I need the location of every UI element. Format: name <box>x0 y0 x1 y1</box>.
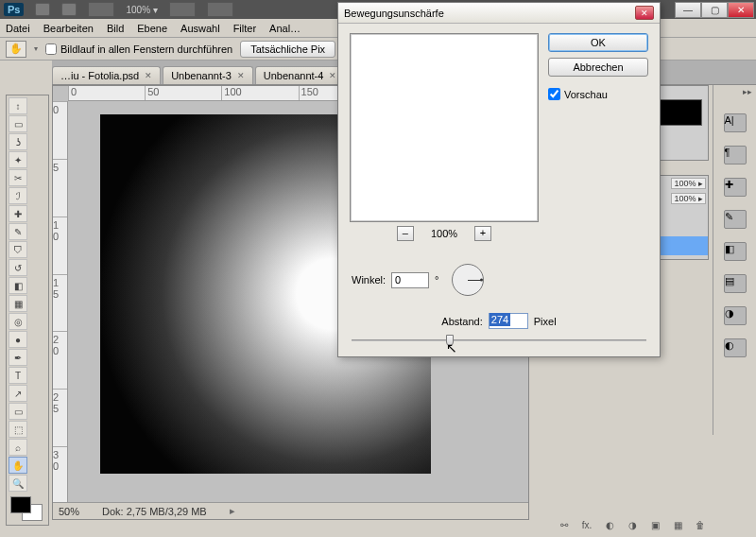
trash-icon[interactable]: 🗑 <box>694 520 707 531</box>
menu-datei[interactable]: Datei <box>6 23 30 34</box>
viewmode-dropdown[interactable] <box>88 2 114 17</box>
scroll-all-checkbox[interactable]: Bildlauf in allen Fenstern durchführen <box>45 43 232 55</box>
minibridge-icon[interactable] <box>61 3 77 16</box>
distance-label: Abstand: <box>441 316 482 327</box>
tab-label: Unbenannt-3 <box>171 70 232 81</box>
move-tool-icon[interactable]: ↕ <box>9 97 27 114</box>
layer-panel-footer: ⚯ fx. ◐ ◑ ▣ ▦ 🗑 <box>558 520 707 531</box>
arrange-dropdown[interactable] <box>169 2 196 17</box>
ok-button[interactable]: OK <box>548 33 648 52</box>
wand-tool-icon[interactable]: ✦ <box>9 151 27 168</box>
toolbox: ↕ ▭ ʖ ✦ ✂ ℐ ✚ ✎ ⛉ ↺ ◧ ▦ ◎ ● ✒ T ↗ ▭ ⬚ ⌕ … <box>6 95 49 526</box>
status-zoom[interactable]: 50% <box>59 506 79 517</box>
preview-checkbox-label: Vorschau <box>564 89 608 100</box>
distance-slider[interactable] <box>352 335 646 346</box>
camera-tool-icon[interactable]: ⌕ <box>9 439 27 456</box>
brush-tool-icon[interactable]: ✎ <box>9 223 27 240</box>
heal-tool-icon[interactable]: ✚ <box>9 205 27 222</box>
document-tab[interactable]: Unbenannt-4✕ <box>255 66 346 84</box>
type-tool-icon[interactable]: T <box>9 367 27 384</box>
hand-tool-icon[interactable]: ✋ <box>6 41 26 58</box>
tab-label: …iu - Fotolia.psd <box>60 70 139 81</box>
menu-bild[interactable]: Bild <box>107 23 124 34</box>
mask-icon[interactable]: ◐ <box>603 520 616 531</box>
layer-selected[interactable] <box>653 236 708 255</box>
foreground-color-swatch[interactable] <box>10 496 31 513</box>
fill-value[interactable]: 100% ▸ <box>671 193 706 204</box>
zoom-out-button[interactable]: – <box>397 226 414 241</box>
lasso-tool-icon[interactable]: ʖ <box>9 133 27 150</box>
channels-panel-icon[interactable]: ▤ <box>724 274 747 293</box>
dodge-tool-icon[interactable]: ● <box>9 331 27 348</box>
zoom-level[interactable]: 100% ▾ <box>126 5 157 15</box>
tab-label: Unbenannt-4 <box>264 70 324 81</box>
gradient-tool-icon[interactable]: ▦ <box>9 295 27 312</box>
adjustment-layer-icon[interactable]: ◑ <box>626 520 639 531</box>
character-panel-icon[interactable]: A| <box>724 113 747 132</box>
adjustments-panel-icon[interactable]: ◐ <box>724 338 747 357</box>
panel-layers-mini[interactable]: 100% ▸ 100% ▸ <box>652 175 709 260</box>
eraser-tool-icon[interactable]: ◧ <box>9 277 27 294</box>
cancel-button[interactable]: Abbrechen <box>548 58 648 77</box>
dialog-close-button[interactable]: ✕ <box>635 6 654 20</box>
crop-tool-icon[interactable]: ✂ <box>9 169 27 186</box>
shape-tool-icon[interactable]: ▭ <box>9 403 27 420</box>
app-logo: Ps <box>4 3 24 16</box>
stamp-tool-icon[interactable]: ⛉ <box>9 241 27 258</box>
motion-blur-dialog: Bewegungsunschärfe ✕ – 100% + OK Abbrech… <box>337 2 661 357</box>
link-layers-icon[interactable]: ⚯ <box>558 520 571 531</box>
menu-filter[interactable]: Filter <box>233 23 256 34</box>
preview-checkbox[interactable]: Vorschau <box>548 88 648 100</box>
distance-unit: Pixel <box>534 316 557 327</box>
color-swatches[interactable] <box>9 496 46 523</box>
menu-bearbeiten[interactable]: Bearbeiten <box>43 23 94 34</box>
marquee-tool-icon[interactable]: ▭ <box>9 115 27 132</box>
history-brush-tool-icon[interactable]: ↺ <box>9 259 27 276</box>
hand-tool-icon[interactable]: ✋ <box>9 457 27 474</box>
zoom-tool-icon[interactable]: 🔍 <box>9 475 27 492</box>
paths-panel-icon[interactable]: ◑ <box>724 306 747 325</box>
eyedropper-tool-icon[interactable]: ℐ <box>9 187 27 204</box>
menu-analyse[interactable]: Anal… <box>269 23 301 34</box>
panel-thumbnail[interactable] <box>652 85 709 161</box>
close-icon[interactable]: ✕ <box>329 71 336 80</box>
angle-degree: ° <box>435 274 438 286</box>
menu-ebene[interactable]: Ebene <box>137 23 167 34</box>
pen-tool-icon[interactable]: ✒ <box>9 349 27 366</box>
clone-panel-icon[interactable]: ✚ <box>724 178 747 197</box>
path-tool-icon[interactable]: ↗ <box>9 385 27 402</box>
group-icon[interactable]: ▣ <box>648 520 662 531</box>
panel-dock: ▸▸ A| ¶ ✚ ✎ ◧ ▤ ◑ ◐ <box>713 85 756 435</box>
status-docsize: Dok: 2,75 MB/3,29 MB <box>102 506 207 517</box>
window-minimize-button[interactable]: — <box>675 2 701 18</box>
angle-input[interactable] <box>391 272 429 288</box>
slider-thumb[interactable] <box>446 335 454 346</box>
distance-input[interactable]: 274 <box>489 313 528 329</box>
window-close-button[interactable]: ✕ <box>728 2 754 18</box>
close-icon[interactable]: ✕ <box>237 71 245 80</box>
layers-panel-icon[interactable]: ◧ <box>724 242 747 261</box>
close-icon[interactable]: ✕ <box>145 71 152 80</box>
document-tab[interactable]: …iu - Fotolia.psd✕ <box>52 66 161 84</box>
document-tab[interactable]: Unbenannt-3✕ <box>163 66 253 84</box>
new-layer-icon[interactable]: ▦ <box>671 520 684 531</box>
zoom-in-button[interactable]: + <box>474 226 491 241</box>
angle-label: Winkel: <box>352 274 386 286</box>
paragraph-panel-icon[interactable]: ¶ <box>724 146 747 165</box>
preview-zoom-value: 100% <box>431 228 457 239</box>
filter-preview[interactable] <box>350 33 539 222</box>
fx-icon[interactable]: fx. <box>580 520 593 531</box>
opacity-value[interactable]: 100% ▸ <box>671 178 706 189</box>
blur-tool-icon[interactable]: ◎ <box>9 313 27 330</box>
dialog-title: Bewegungsunschärfe <box>344 8 444 19</box>
brush-panel-icon[interactable]: ✎ <box>724 210 747 229</box>
window-maximize-button[interactable]: ▢ <box>701 2 728 18</box>
3d-tool-icon[interactable]: ⬚ <box>9 421 27 438</box>
ruler-vertical: 051 01 52 02 53 0 <box>53 101 68 504</box>
expand-dock-icon[interactable]: ▸▸ <box>743 87 752 96</box>
screenmode-dropdown[interactable] <box>207 2 233 17</box>
angle-wheel[interactable] <box>452 264 484 296</box>
menu-auswahl[interactable]: Auswahl <box>180 23 220 34</box>
bridge-icon[interactable] <box>35 3 50 16</box>
actual-pixels-button[interactable]: Tatsächliche Pix <box>240 41 335 58</box>
